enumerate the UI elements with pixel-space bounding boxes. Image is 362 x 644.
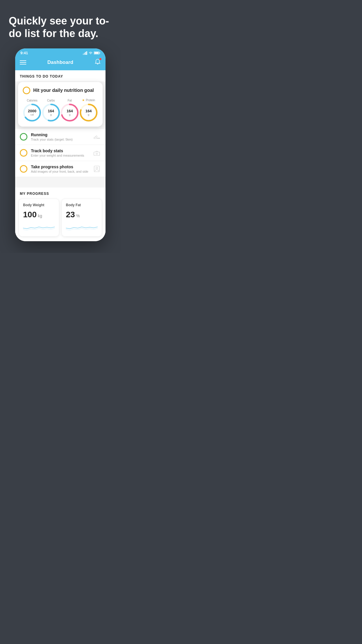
progress-value: 23 — [66, 210, 75, 219]
mini-chart — [23, 222, 55, 231]
progress-cards: Body Weight 100 kg Body Fat 23 % — [15, 199, 106, 241]
nutrition-label: Calories — [27, 99, 38, 102]
nutrition-card-header: Hit your daily nutrition goal — [23, 87, 98, 94]
todo-title: Take progress photos — [31, 164, 89, 169]
todo-info: Track body stats Enter your weight and m… — [31, 148, 89, 157]
progress-section-header: MY PROGRESS — [15, 188, 106, 199]
nutrition-item: Calories 2000 cal — [23, 99, 41, 122]
svg-rect-6 — [94, 52, 99, 54]
todo-subtitle: Enter your weight and measurements — [31, 154, 89, 157]
todo-info: Take progress photos Add images of your … — [31, 164, 89, 173]
status-bar: 9:41 — [15, 48, 106, 56]
phone-frame: 9:41 — [15, 48, 106, 241]
hero-title: Quickly see your to-do list for the day. — [9, 15, 112, 40]
circle-chart: 2000 cal — [23, 103, 41, 122]
nutrition-card: Hit your daily nutrition goal Calories 2… — [18, 82, 103, 127]
svg-rect-5 — [100, 52, 100, 54]
progress-card[interactable]: Body Weight 100 kg — [19, 199, 59, 237]
svg-rect-15 — [94, 152, 100, 155]
spacer — [15, 177, 106, 183]
todo-subtitle: Add images of your front, back, and side — [31, 170, 89, 173]
circle-value: 2000 — [28, 109, 36, 113]
todo-checkbox[interactable] — [20, 149, 27, 157]
circle-chart: 164 g — [60, 103, 79, 122]
circle-unit: g — [48, 113, 54, 116]
mini-chart — [66, 222, 98, 231]
circle-value: 164 — [66, 109, 73, 113]
todo-item[interactable]: Track body stats Enter your weight and m… — [15, 145, 106, 161]
todo-subtitle: Track your stats (target: 5km) — [31, 138, 89, 141]
progress-card-title: Body Fat — [66, 203, 98, 207]
todo-list: Running Track your stats (target: 5km) T… — [15, 129, 106, 177]
status-time: 9:41 — [20, 51, 28, 55]
star-icon: ★ — [82, 98, 85, 102]
todo-icon — [93, 149, 101, 157]
todo-checkbox[interactable] — [20, 165, 27, 173]
nutrition-checkbox[interactable] — [23, 87, 30, 94]
nutrition-item: Carbs 164 g — [42, 99, 60, 122]
svg-rect-3 — [86, 51, 87, 55]
phone-mockup: 9:41 — [0, 48, 121, 241]
svg-point-18 — [96, 167, 98, 169]
circle-value: 164 — [48, 109, 54, 113]
svg-rect-16 — [96, 153, 98, 154]
nutrition-circles: Calories 2000 cal Carbs 164 g Fat 164 g … — [23, 98, 98, 122]
progress-value-row: 100 kg — [23, 210, 55, 219]
todo-icon — [93, 165, 101, 173]
circle-value: 164 — [85, 109, 92, 113]
circle-chart: 164 g — [42, 103, 60, 122]
hero-section: Quickly see your to-do list for the day. — [0, 0, 121, 48]
svg-rect-1 — [84, 53, 85, 55]
signal-icon — [83, 51, 87, 55]
notification-dot — [99, 58, 101, 60]
svg-rect-2 — [85, 52, 86, 55]
todo-title: Running — [31, 132, 89, 137]
progress-value: 100 — [23, 210, 37, 219]
todo-icon — [93, 133, 101, 141]
todo-checkbox[interactable] — [20, 133, 27, 141]
todo-item[interactable]: Take progress photos Add images of your … — [15, 161, 106, 177]
todo-title: Track body stats — [31, 148, 89, 153]
circle-unit: cal — [28, 113, 36, 116]
menu-icon[interactable] — [20, 60, 26, 64]
progress-section: MY PROGRESS Body Weight 100 kg Body Fat … — [15, 188, 106, 241]
circle-chart: 164 g — [79, 103, 98, 122]
nutrition-label: ★Protein — [82, 98, 95, 102]
nutrition-item: Fat 164 g — [60, 99, 79, 122]
todo-item[interactable]: Running Track your stats (target: 5km) — [15, 129, 106, 145]
things-section-header: THINGS TO DO TODAY — [15, 70, 106, 81]
nutrition-card-title: Hit your daily nutrition goal — [33, 88, 94, 93]
page: Quickly see your to-do list for the day.… — [0, 0, 121, 253]
progress-unit: % — [76, 214, 80, 218]
progress-card[interactable]: Body Fat 23 % — [61, 199, 102, 237]
status-icons — [83, 51, 100, 55]
circle-unit: g — [85, 113, 92, 116]
header-title: Dashboard — [48, 60, 73, 65]
progress-value-row: 23 % — [66, 210, 98, 219]
progress-card-title: Body Weight — [23, 203, 55, 207]
wifi-icon — [89, 51, 93, 55]
nutrition-label: Carbs — [47, 99, 55, 102]
battery-icon — [94, 51, 100, 55]
svg-rect-0 — [83, 54, 84, 55]
notification-button[interactable] — [94, 59, 101, 66]
app-header: Dashboard — [15, 56, 106, 70]
circle-unit: g — [66, 113, 73, 116]
nutrition-item: ★Protein 164 g — [79, 98, 98, 122]
todo-info: Running Track your stats (target: 5km) — [31, 132, 89, 141]
nutrition-label: Fat — [68, 99, 72, 102]
progress-unit: kg — [38, 214, 42, 218]
app-content: THINGS TO DO TODAY Hit your daily nutrit… — [15, 70, 106, 241]
